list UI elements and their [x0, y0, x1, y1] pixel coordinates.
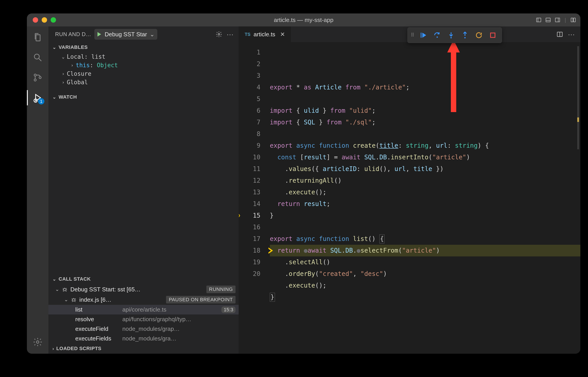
code-line[interactable]: export async function list() { [270, 233, 580, 245]
code-line[interactable]: .execute(); [270, 280, 580, 291]
close-tab-icon[interactable]: ✕ [280, 31, 285, 38]
line-number[interactable]: 8 [239, 128, 260, 140]
annotation-arrow-stem [451, 52, 456, 112]
code-line[interactable]: import { ulid } from "ulid"; [270, 105, 580, 117]
vscode-window: article.ts — my-sst-app | [27, 13, 580, 354]
line-number[interactable]: 13 [239, 187, 260, 198]
restart-button[interactable] [473, 29, 485, 41]
code-line[interactable]: .values({ articleID: ulid(), url, title … [270, 163, 580, 175]
line-number[interactable]: 18 [239, 245, 260, 256]
callstack-thread[interactable]: ⌄ Debug SST Start: sst [65… RUNNING [48, 284, 239, 295]
code-line[interactable]: } [270, 210, 580, 222]
customize-layout-icon[interactable] [570, 17, 576, 23]
stop-button[interactable] [487, 29, 499, 41]
line-number[interactable]: 6 [239, 105, 260, 117]
code-line[interactable]: import { SQL } from "./sql"; [270, 117, 580, 128]
maximize-window-button[interactable] [51, 17, 56, 23]
step-out-button[interactable] [459, 29, 471, 41]
code-line[interactable]: export async function create(title: stri… [270, 140, 580, 152]
code-line[interactable] [270, 303, 580, 315]
debug-config-selector[interactable]: Debug SST Star ⌄ [94, 29, 157, 40]
code-line[interactable]: .orderBy("created", "desc") [270, 268, 580, 280]
callstack-frame[interactable]: listapi/core/article.ts15:3 [48, 305, 239, 315]
line-number[interactable]: 2 [239, 58, 260, 70]
callstack-frame[interactable]: executeFieldsnode_modules/gra… [48, 334, 239, 343]
svg-rect-7 [573, 18, 576, 22]
code-line[interactable]: return ●await SQL.DB.●selectFrom("articl… [270, 245, 580, 256]
loaded-scripts-header[interactable]: › LOADED SCRIPTS [48, 343, 239, 354]
continue-button[interactable] [417, 29, 429, 41]
more-actions-icon[interactable]: ··· [568, 31, 575, 38]
line-number[interactable]: 14 [239, 198, 260, 210]
toggle-panel-icon[interactable] [545, 17, 551, 23]
code-line[interactable]: export * as Article from "./article"; [270, 82, 580, 93]
line-number[interactable]: 16 [239, 222, 260, 233]
toggle-secondary-sidebar-icon[interactable] [554, 17, 561, 23]
line-number[interactable]: 17 [239, 233, 260, 245]
frame-path: api/functions/graphql/typ… [122, 316, 235, 323]
callstack-frame-group[interactable]: ⌄ index.js [6… PAUSED ON BREAKPOINT [48, 295, 239, 305]
line-number[interactable]: 1 [239, 47, 260, 58]
code-line[interactable]: .returningAll() [270, 175, 580, 187]
frame-name: index.js [6… [79, 296, 111, 303]
code-line[interactable]: .selectAll() [270, 256, 580, 268]
line-number[interactable]: 20 [239, 268, 260, 280]
line-number[interactable]: 3 [239, 70, 260, 82]
code-content[interactable]: export * as Article from "./article"; im… [266, 42, 580, 354]
more-actions-icon[interactable]: ··· [227, 31, 234, 38]
tab-article-ts[interactable]: TS article.ts ✕ [239, 26, 291, 42]
frame-path: node_modules/grap… [122, 325, 235, 332]
line-number[interactable]: 11 [239, 163, 260, 175]
split-editor-icon[interactable] [556, 31, 563, 38]
callstack-frame[interactable]: executeFieldnode_modules/grap… [48, 324, 239, 334]
step-into-button[interactable] [445, 29, 457, 41]
code-line[interactable]: const [result] = await SQL.DB.insertInto… [270, 152, 580, 163]
watch-header[interactable]: ⌄ WATCH [48, 92, 239, 102]
debug-settings-icon[interactable] [216, 31, 222, 38]
chevron-down-icon[interactable]: ⌄ [150, 31, 155, 38]
svg-point-21 [437, 36, 438, 38]
code-area[interactable]: 1234567891011121314151617181920 export *… [239, 42, 580, 354]
line-number[interactable]: 10 [239, 152, 260, 163]
search-icon[interactable] [32, 52, 44, 63]
step-over-button[interactable] [431, 29, 443, 41]
source-control-icon[interactable] [32, 72, 44, 83]
line-number[interactable]: 4 [239, 82, 260, 93]
drag-handle-icon[interactable]: ⠿ [411, 32, 415, 38]
frame-path: api/core/article.ts [122, 306, 219, 313]
svg-point-10 [34, 74, 36, 76]
settings-gear-icon[interactable] [32, 336, 44, 348]
line-gutter[interactable]: 1234567891011121314151617181920 [239, 42, 266, 354]
code-line[interactable] [270, 93, 580, 105]
close-window-button[interactable] [33, 17, 38, 23]
debug-toolbar[interactable]: ⠿ [407, 27, 502, 43]
scope-closure[interactable]: › Closure [48, 70, 239, 78]
line-number[interactable]: 7 [239, 117, 260, 128]
code-line[interactable]: } [270, 291, 580, 303]
line-number[interactable]: 12 [239, 175, 260, 187]
line-number[interactable]: 19 [239, 256, 260, 268]
code-line[interactable] [270, 222, 580, 233]
breakpoint-marker-icon[interactable] [239, 213, 241, 218]
line-number[interactable]: 9 [239, 140, 260, 152]
callstack-frame[interactable]: resolveapi/functions/graphql/typ… [48, 315, 239, 324]
variables-header[interactable]: ⌄ VARIABLES [48, 42, 239, 52]
start-debug-icon[interactable] [97, 32, 101, 36]
minimize-window-button[interactable] [42, 17, 47, 23]
explorer-icon[interactable] [32, 31, 44, 43]
run-debug-icon[interactable]: 1 [32, 92, 44, 104]
line-number[interactable]: 5 [239, 93, 260, 105]
code-line[interactable] [270, 128, 580, 140]
variable-this[interactable]: › this: Object [48, 61, 239, 70]
code-line[interactable]: return result; [270, 198, 580, 210]
frame-fn: resolve [75, 316, 116, 323]
callstack-header[interactable]: ⌄ CALL STACK [48, 274, 239, 284]
frame-location: 15:3 [221, 306, 235, 313]
scope-label: Global [67, 79, 88, 86]
scope-local[interactable]: ⌄ Local: list [48, 52, 239, 61]
code-line[interactable]: .execute(); [270, 187, 580, 198]
scope-global[interactable]: › Global [48, 78, 239, 86]
var-value: Object [97, 62, 118, 69]
line-number[interactable]: 15 [239, 210, 260, 222]
toggle-primary-sidebar-icon[interactable] [536, 17, 542, 23]
